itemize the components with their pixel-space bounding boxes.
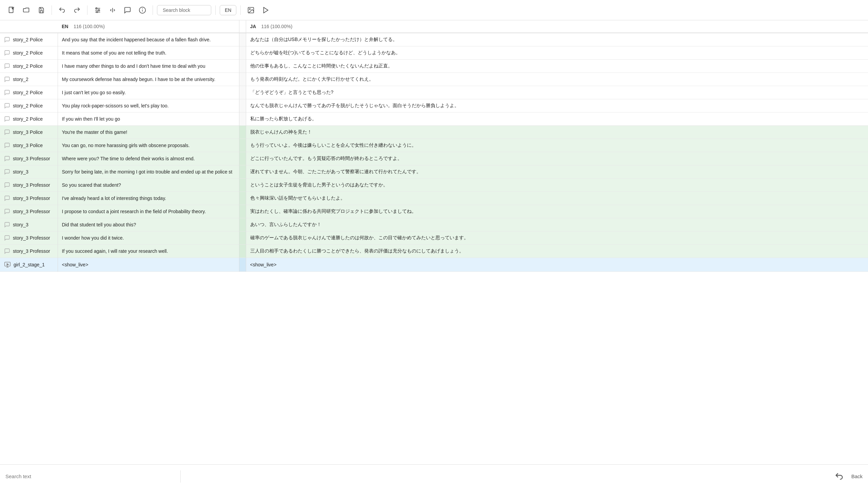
comment-row-icon (4, 63, 10, 69)
settings-sliders-icon[interactable] (92, 4, 104, 16)
comment-icon[interactable] (121, 4, 134, 16)
table-row: girl_2_stage_1<show_live><show_live> (0, 258, 868, 272)
search-text-input[interactable] (5, 473, 175, 479)
story-cell: story_3 Professor (0, 205, 58, 218)
show-live-icon (4, 261, 11, 268)
story-label: story_3 Professor (13, 248, 50, 254)
table-row: story_2 PoliceI have many other things t… (0, 60, 868, 73)
image-icon[interactable] (245, 4, 257, 16)
story-cell: story_3 (0, 165, 58, 179)
ja-column-header: JA 116 (100.00%) (246, 20, 868, 33)
story-cell: story_3 Professor (0, 152, 58, 165)
sep-cell (239, 113, 246, 126)
comment-row-icon (4, 235, 10, 241)
table-row: story_2 PoliceI just can't let you go so… (0, 86, 868, 99)
comment-row-icon (4, 208, 10, 215)
story-label: story_2 Police (13, 63, 43, 69)
content-table[interactable]: EN 116 (100.00%) JA 116 (100.00%) story_… (0, 20, 868, 464)
search-block-label: Search block (163, 7, 190, 13)
search-block-button[interactable]: Search block (157, 5, 211, 15)
story-label: story_2 Police (13, 90, 43, 95)
ja-text-cell: どちらかが嘘を吐(つ)いてるってことになるけど、どうしようかなあ。 (246, 46, 868, 60)
en-text-cell: I propose to conduct a joint research in… (58, 205, 239, 218)
translation-table: EN 116 (100.00%) JA 116 (100.00%) story_… (0, 20, 868, 272)
story-label: story_2 (13, 77, 28, 82)
sep-cell (239, 33, 246, 46)
svg-marker-18 (7, 264, 8, 265)
ja-text-cell: あいつ、言いふらしたんですか！ (246, 218, 868, 231)
en-text-cell: And you say that the incident happened b… (58, 33, 239, 46)
back-icon-button[interactable] (832, 470, 846, 483)
comment-row-icon (4, 89, 10, 96)
table-row: story_3 ProfessorIf you succeed again, I… (0, 245, 868, 258)
comment-row-icon (4, 182, 10, 188)
story-column-header (0, 20, 58, 33)
sep-cell (239, 205, 246, 218)
ja-text-cell: 色々興味深い話を聞かせてもらいましたよ。 (246, 192, 868, 205)
story-cell: story_2 (0, 73, 58, 86)
divider-4 (215, 5, 216, 15)
language-label: EN (225, 7, 231, 13)
table-row: story_3Sorry for being late, in the morn… (0, 165, 868, 179)
comment-row-icon (4, 248, 10, 254)
sep-cell (239, 218, 246, 231)
en-text-cell: My coursework defense has already begun.… (58, 73, 239, 86)
language-button[interactable]: EN (220, 5, 236, 15)
story-cell: story_2 Police (0, 46, 58, 60)
divider-1 (52, 5, 52, 15)
save-icon[interactable] (35, 4, 47, 16)
footer-divider (180, 470, 181, 483)
story-cell: story_2 Police (0, 33, 58, 46)
info-icon[interactable] (136, 4, 149, 16)
ja-text-cell: 遅れてすいません。今朝、ごたごたがあって警察署に連れて行かれてたんです。 (246, 165, 868, 179)
sep-cell (239, 99, 246, 113)
en-text-cell: I've already heard a lot of interesting … (58, 192, 239, 205)
table-row: story_2 PoliceIt means that some of you … (0, 46, 868, 60)
open-folder-icon[interactable] (20, 4, 33, 16)
ja-text-cell: 脱衣じゃんけんの神を見た！ (246, 126, 868, 139)
en-column-header: EN 116 (100.00%) (58, 20, 239, 33)
ja-text-cell: 確率のゲームである脱衣じゃんけんで連勝したのは何故か、この目で確かめてみたいと思… (246, 231, 868, 245)
en-text-cell: You're the master of this game! (58, 126, 239, 139)
ja-text-cell: 他の仕事もあるし、こんなことに時間使いたくないんだよね正直。 (246, 60, 868, 73)
story-label: story_3 (13, 169, 28, 175)
story-cell: story_2 Police (0, 113, 58, 126)
redo-icon[interactable] (71, 4, 83, 16)
ja-text-cell: 「どうぞどうぞ」と言うとでも思った? (246, 86, 868, 99)
sep-column-header (239, 20, 246, 33)
comment-row-icon (4, 103, 10, 109)
sep-cell (239, 139, 246, 152)
undo-icon[interactable] (56, 4, 68, 16)
story-label: story_3 Police (13, 129, 43, 135)
svg-point-6 (98, 9, 100, 11)
sep-cell (239, 165, 246, 179)
comment-row-icon (4, 222, 10, 228)
story-cell: story_3 (0, 218, 58, 231)
story-label: story_3 (13, 222, 28, 227)
en-text-cell: <show_live> (58, 258, 239, 272)
en-text-cell: Where were you? The time to defend their… (58, 152, 239, 165)
ja-text-cell: あなたは（自分はUSBメモリーを探したかっただけ）と弁解してる。 (246, 33, 868, 46)
sep-cell (239, 192, 246, 205)
story-cell: story_3 Professor (0, 231, 58, 245)
comment-row-icon (4, 116, 10, 122)
play-icon[interactable] (260, 4, 272, 16)
story-label: story_2 Police (13, 103, 43, 108)
story-label: story_3 Professor (13, 182, 50, 188)
ja-text-cell: 私に勝ったら釈放してあげる。 (246, 113, 868, 126)
en-text-cell: If you succeed again, I will rate your r… (58, 245, 239, 258)
ja-text-cell: なんでも脱衣じゃんけんで勝ってあの子を脱がしたそうじゃない。面白そうだから勝負し… (246, 99, 868, 113)
en-count: 116 (100.00%) (74, 24, 105, 29)
new-file-icon[interactable] (5, 4, 18, 16)
en-text-cell: It means that some of you are not tellin… (58, 46, 239, 60)
back-label[interactable]: Back (851, 473, 863, 479)
sep-cell (239, 46, 246, 60)
toolbar: Search block EN (0, 0, 868, 20)
story-label: story_2 Police (13, 50, 43, 56)
sep-cell (239, 179, 246, 192)
code-braces-icon[interactable] (106, 4, 119, 16)
comment-row-icon (4, 156, 10, 162)
story-label: story_3 Professor (13, 235, 50, 241)
story-cell: story_3 Professor (0, 245, 58, 258)
ja-text-cell: 三人目の相手であるわたくしに勝つことができたら、発表の評価は充分なものにしてあげ… (246, 245, 868, 258)
